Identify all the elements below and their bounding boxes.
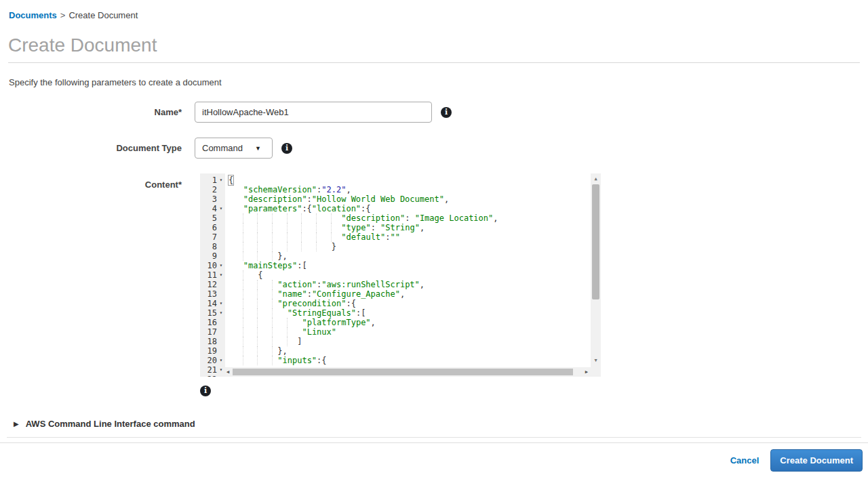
create-document-button[interactable]: Create Document <box>770 449 863 472</box>
line-number: 22 <box>208 375 217 377</box>
code-line[interactable]: }, <box>229 346 591 356</box>
fold-arrow-icon[interactable]: ▾ <box>217 270 225 280</box>
code-line[interactable]: "StringEquals":[ <box>229 308 591 318</box>
code-line[interactable]: "Linux" <box>229 327 591 337</box>
horizontal-scrollbar-thumb[interactable] <box>233 369 573 375</box>
page-subtitle: Specify the following parameters to crea… <box>9 77 860 87</box>
line-number: 19 <box>208 346 217 356</box>
editor-gutter: 1▾2▾3▾4▾5▾6▾7▾8▾9▾10▾11▾12▾13▾14▾15▾16▾1… <box>200 173 225 377</box>
name-info-icon[interactable]: i <box>441 107 452 118</box>
content-info-icon[interactable]: i <box>200 386 211 396</box>
content-editor[interactable]: 1▾2▾3▾4▾5▾6▾7▾8▾9▾10▾11▾12▾13▾14▾15▾16▾1… <box>200 173 601 377</box>
code-line[interactable]: ] <box>229 337 591 346</box>
line-number: 8 <box>212 242 217 251</box>
code-line[interactable]: "parameters":{"location":{ <box>229 204 591 213</box>
code-line[interactable]: }, <box>229 251 591 261</box>
line-number: 6 <box>212 223 217 232</box>
code-line[interactable]: "precondition":{ <box>229 299 591 308</box>
code-line[interactable]: "description":"Hollow World Web Document… <box>229 194 591 204</box>
line-number: 11 <box>208 270 217 280</box>
code-line[interactable]: "platformType", <box>229 318 591 327</box>
fold-arrow-icon[interactable]: ▾ <box>217 175 225 185</box>
document-type-info-icon[interactable]: i <box>281 143 292 154</box>
line-number: 4 <box>212 204 217 213</box>
create-document-page: Documents>Create Document Create Documen… <box>0 0 868 477</box>
cancel-link[interactable]: Cancel <box>730 455 760 465</box>
footer-bar: Cancel Create Document <box>0 442 868 477</box>
line-number: 2 <box>212 185 217 194</box>
create-document-form: Name* i Document Type Command ▼ i Conten… <box>0 102 868 396</box>
editor-vertical-scrollbar[interactable]: ▲ ▼ <box>591 173 601 377</box>
breadcrumb: Documents>Create Document <box>0 0 868 20</box>
name-row: Name* i <box>0 102 868 123</box>
breadcrumb-documents-link[interactable]: Documents <box>9 10 57 20</box>
line-number: 14 <box>208 299 217 308</box>
code-line[interactable]: { <box>229 270 591 280</box>
cli-command-section-label: AWS Command Line Interface command <box>26 419 195 429</box>
code-line[interactable]: "schemaVersion":"2.2", <box>229 185 591 194</box>
name-input[interactable] <box>195 102 432 123</box>
line-number: 15 <box>208 308 217 318</box>
line-number: 20 <box>208 356 217 365</box>
document-type-selected-value: Command <box>202 143 243 153</box>
editor-code[interactable]: { "schemaVersion":"2.2", "description":"… <box>225 173 591 377</box>
line-number: 13 <box>208 289 217 299</box>
document-type-row: Document Type Command ▼ i <box>0 138 868 159</box>
line-number: 12 <box>208 280 217 289</box>
disclosure-triangle-icon: ▶ <box>14 420 19 428</box>
code-line[interactable]: "default":"" <box>229 232 591 242</box>
code-line[interactable]: } <box>229 242 591 251</box>
fold-arrow-icon[interactable]: ▾ <box>217 356 225 365</box>
content-label: Content* <box>0 173 182 190</box>
scroll-right-icon[interactable]: ▶ <box>585 367 588 377</box>
code-line[interactable]: "mainSteps":[ <box>229 261 591 270</box>
page-title: Create Document <box>8 35 860 63</box>
code-line[interactable]: "type": "String", <box>229 223 591 232</box>
content-row: Content* 1▾2▾3▾4▾5▾6▾7▾8▾9▾10▾11▾12▾13▾1… <box>0 173 868 396</box>
line-number: 16 <box>208 318 217 327</box>
scroll-left-icon[interactable]: ◀ <box>226 367 229 377</box>
chevron-down-icon: ▼ <box>255 145 261 152</box>
line-number: 9 <box>212 251 217 261</box>
line-number: 21 <box>208 365 217 375</box>
editor-horizontal-scrollbar[interactable]: ◀ ▶ <box>225 367 591 377</box>
code-line[interactable]: "action":"aws:runShellScript", <box>229 280 591 289</box>
fold-arrow-icon[interactable]: ▾ <box>217 299 225 308</box>
line-number: 10 <box>208 261 217 270</box>
document-type-select[interactable]: Command ▼ <box>195 138 273 159</box>
line-number: 7 <box>212 232 217 242</box>
fold-arrow-icon[interactable]: ▾ <box>217 261 225 270</box>
code-line[interactable]: "description": "Image Location", <box>229 213 591 223</box>
breadcrumb-current: Create Document <box>68 10 138 20</box>
document-type-label: Document Type <box>0 143 182 153</box>
fold-arrow-icon[interactable]: ▾ <box>217 308 225 318</box>
code-line[interactable]: { <box>229 175 591 185</box>
code-line[interactable]: "inputs":{ <box>229 356 591 365</box>
line-number: 17 <box>208 327 217 337</box>
name-label: Name* <box>0 107 182 117</box>
breadcrumb-separator: > <box>60 10 66 20</box>
line-number: 3 <box>212 194 217 204</box>
vertical-scrollbar-thumb[interactable] <box>592 184 599 299</box>
scroll-down-icon[interactable]: ▼ <box>591 356 601 365</box>
line-number: 1 <box>212 175 217 185</box>
cli-command-section-toggle[interactable]: ▶ AWS Command Line Interface command <box>7 419 861 438</box>
fold-arrow-icon[interactable]: ▾ <box>217 204 225 213</box>
fold-arrow-icon[interactable]: ▾ <box>217 365 225 375</box>
scroll-up-icon[interactable]: ▲ <box>591 174 601 184</box>
line-number: 5 <box>212 213 217 223</box>
line-number: 18 <box>208 337 217 346</box>
code-line[interactable]: "name":"Configure_Apache", <box>229 289 591 299</box>
